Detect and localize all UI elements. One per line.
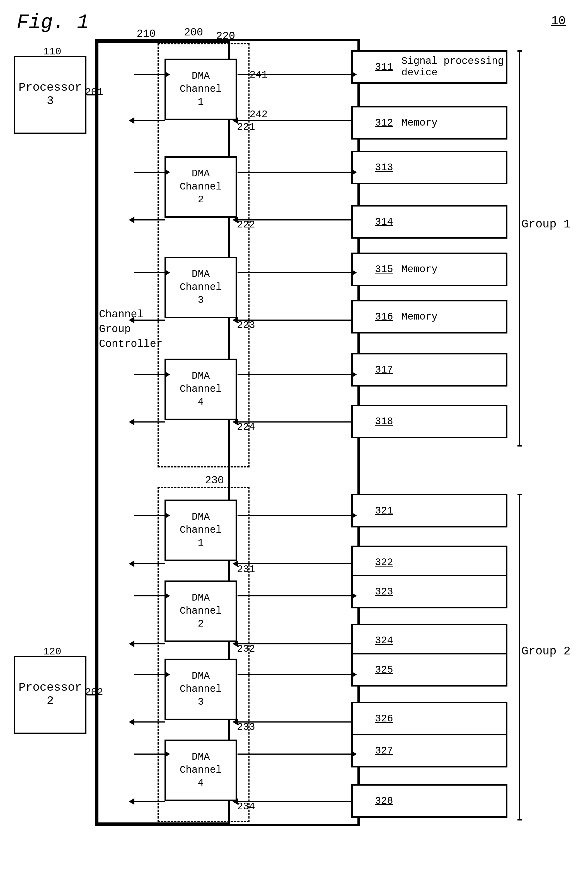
ref-323: 323 — [375, 586, 393, 597]
ref-316: 316 — [375, 311, 393, 323]
group2-bracket — [519, 494, 520, 820]
conn-g2ch4-328 — [237, 801, 352, 802]
dma-g2-ch4-box: DMAChannel4 — [164, 739, 237, 801]
conn-ctrl-dma-g1ch2-top — [134, 172, 165, 173]
ref-321: 321 — [375, 505, 393, 516]
p3-conn-line — [88, 94, 97, 96]
conn-ctrl-dma-g2ch4-bot — [134, 801, 165, 802]
ref-322: 322 — [375, 557, 393, 568]
conn-ctrl-dma-g1ch3-top — [134, 272, 165, 273]
dma-g2-ch3-box: DMAChannel3 — [164, 658, 237, 720]
ref-220: 220 — [216, 30, 235, 42]
processor3-label: Processor 3 — [17, 81, 84, 108]
conn-ctrl-dma-g2ch2-bot — [134, 643, 165, 644]
conn-g1ch4-317 — [237, 374, 352, 375]
dev-326-box: 326 — [351, 702, 507, 735]
group1-bracket-top — [518, 50, 522, 52]
conn-ctrl-dma-g1ch4-bot — [134, 421, 165, 422]
conn-g2ch2-323 — [237, 595, 352, 596]
processor2-label: Processor 2 — [17, 681, 84, 708]
dev-313-box: 313 — [351, 151, 507, 184]
ref-223: 223 — [237, 320, 255, 331]
group2-label: Group 2 — [521, 645, 570, 658]
conn-g1ch2-313 — [237, 172, 352, 173]
dev-318-box: 318 — [351, 405, 507, 438]
conn-g2ch1-321 — [237, 515, 352, 516]
dev-314-box: 314 — [351, 205, 507, 239]
ref-312: 312 — [375, 117, 393, 129]
ref-325: 325 — [375, 664, 393, 676]
dev-327-box: 327 — [351, 734, 507, 768]
ref-232: 232 — [237, 643, 255, 655]
dma-g1-ch1-box: DMAChannel1 — [164, 58, 237, 120]
dma-g2-ch1-box: DMAChannel1 — [164, 500, 237, 561]
dev-312-label: Memory — [401, 117, 438, 129]
cgc-label: Channel Group Controller — [99, 307, 155, 352]
dev-315-box: 315 Memory — [351, 253, 507, 286]
figure-title: Fig. 1 — [17, 11, 89, 34]
ref-314: 314 — [375, 216, 393, 228]
dev-316-box: 316 Memory — [351, 300, 507, 334]
ref-224: 224 — [237, 421, 255, 433]
dev-323-box: 323 — [351, 575, 507, 608]
conn-g2ch4-327 — [237, 754, 352, 754]
ref-318: 318 — [375, 416, 393, 427]
group1-bracket — [519, 50, 520, 446]
dma-g2-ch2-box: DMAChannel2 — [164, 581, 237, 642]
dma-g1-ch4-box: DMAChannel4 — [164, 359, 237, 420]
group1-bracket-bot — [518, 445, 522, 446]
conn-ctrl-dma-g2ch2-top — [134, 595, 165, 596]
conn-g2ch3-326 — [237, 721, 352, 723]
ref-210: 210 — [137, 28, 155, 40]
conn-ctrl-dma-g1ch2-bot — [134, 219, 165, 220]
conn-g2ch1-322 — [237, 563, 352, 564]
dev-311-box: 311 Signal processingdevice — [351, 50, 507, 84]
p2-conn-line — [88, 694, 97, 696]
dma-g1-ch3-box: DMAChannel3 — [164, 257, 237, 318]
dma-g1-ch2-box: DMAChannel2 — [164, 156, 237, 218]
dev-315-label: Memory — [401, 264, 438, 275]
group2-bracket-bot — [518, 819, 522, 820]
conn-ctrl-dma-g2ch4-top — [134, 754, 165, 754]
dev-328-box: 328 — [351, 784, 507, 818]
ref-328: 328 — [375, 795, 393, 807]
dev-322-box: 322 — [351, 546, 507, 579]
ref-222: 222 — [237, 219, 255, 230]
conn-g1ch3-316 — [237, 320, 352, 321]
ref-311: 311 — [375, 61, 393, 73]
conn-g1ch1-311 — [237, 74, 352, 75]
conn-ctrl-dma-g2ch1-top — [134, 515, 165, 516]
ref-221: 221 — [237, 121, 255, 133]
ref-324: 324 — [375, 635, 393, 647]
conn-ctrl-dma-g2ch1-bot — [134, 563, 165, 564]
dev-317-box: 317 — [351, 353, 507, 386]
dev-324-box: 324 — [351, 624, 507, 657]
conn-g1ch3-315 — [237, 272, 352, 273]
conn-g2ch3-325 — [237, 674, 352, 675]
ref-234: 234 — [237, 801, 255, 813]
conn-g2ch2-324 — [237, 643, 352, 644]
conn-ctrl-dma-g2ch3-top — [134, 674, 165, 675]
dev-321-box: 321 — [351, 494, 507, 527]
conn-ctrl-dma-g1ch1-bot — [134, 120, 165, 121]
group2-bracket-top — [518, 494, 522, 495]
conn-ctrl-dma-g1ch4-top — [134, 374, 165, 375]
dev-311-label: Signal processingdevice — [401, 55, 504, 78]
group1-label: Group 1 — [521, 218, 570, 231]
ref-230: 230 — [205, 474, 224, 486]
ref-313: 313 — [375, 162, 393, 173]
conn-g1ch4-318 — [237, 421, 352, 422]
ref-242: 242 — [249, 109, 268, 120]
conn-ctrl-dma-g2ch3-bot — [134, 721, 165, 723]
dev-325-box: 325 — [351, 653, 507, 687]
ref-326: 326 — [375, 713, 393, 724]
ref-231: 231 — [237, 564, 255, 575]
ref-317: 317 — [375, 364, 393, 376]
conn-g1ch2-314 — [237, 219, 352, 220]
ref-233: 233 — [237, 721, 255, 733]
ref-10: 10 — [551, 14, 566, 28]
conn-ctrl-dma-g1ch3-bot — [134, 320, 165, 321]
ref-327: 327 — [375, 745, 393, 757]
conn-g1ch1-312 — [237, 120, 352, 121]
dev-312-box: 312 Memory — [351, 106, 507, 139]
